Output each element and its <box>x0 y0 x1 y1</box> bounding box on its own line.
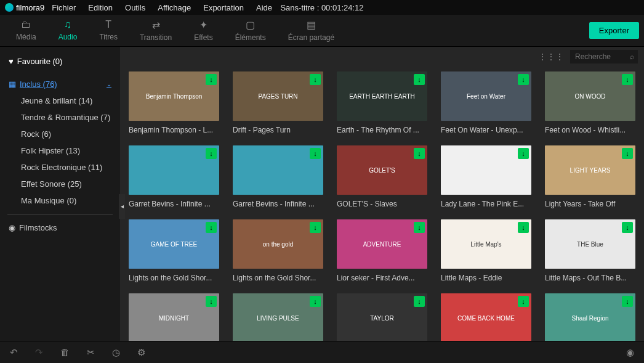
menu-affichage[interactable]: Affichage <box>158 3 191 12</box>
thumbnail: COME BACK HOME↓ <box>441 293 531 341</box>
download-icon[interactable]: ↓ <box>414 74 425 85</box>
audio-card[interactable]: Little Map's↓Little Maps - Eddie <box>441 219 531 282</box>
sidebar-inclus[interactable]: ▦ Inclus (76) ⌄ <box>7 76 113 92</box>
sidebar-favourite[interactable]: ♥ Favourite (0) <box>7 53 113 70</box>
audio-card[interactable]: TAYLOR↓ <box>337 293 427 341</box>
download-icon[interactable]: ↓ <box>310 148 321 159</box>
render-icon[interactable]: ◉ <box>626 347 634 358</box>
audio-card[interactable]: COME BACK HOME↓ <box>441 293 531 341</box>
bottom-toolbar: ↶ ↷ 🗑 ✂ ◷ ⚙ ◉ <box>0 341 644 363</box>
sidebar-collapse-handle[interactable]: ◂ <box>119 194 125 219</box>
sidebar-sub-0[interactable]: Jeune & brillant (14) <box>7 92 113 109</box>
export-button[interactable]: Exporter <box>589 22 639 39</box>
tab-media[interactable]: 🗀Média <box>5 15 47 46</box>
download-icon[interactable]: ↓ <box>518 296 529 307</box>
audio-card[interactable]: Feet on Water↓Feet On Water - Unexp... <box>441 71 531 134</box>
menu-edition[interactable]: Edition <box>88 3 113 12</box>
audio-card[interactable]: LIVING PULSE↓ <box>233 293 323 341</box>
search-input[interactable] <box>570 50 638 63</box>
download-icon[interactable]: ↓ <box>622 222 633 233</box>
tab-label: Audio <box>58 33 78 41</box>
thumb-text: Feet on Water <box>467 93 505 100</box>
thumbnail: GOLET'S↓ <box>337 145 427 195</box>
text-icon: T <box>105 19 111 30</box>
tab-ecran[interactable]: ▤Écran partagé <box>277 15 345 46</box>
audio-card[interactable]: GOLET'S↓GOLET'S - Slaves <box>337 145 427 208</box>
card-title: Little Maps - Out The B... <box>545 274 635 282</box>
download-icon[interactable]: ↓ <box>622 148 633 159</box>
audio-card[interactable]: PAGES TURN↓Drift - Pages Turn <box>233 71 323 134</box>
thumb-text: TAYLOR <box>370 315 394 322</box>
audio-card[interactable]: GAME OF TREE↓Lights on the Gold Shor... <box>129 219 219 282</box>
audio-card[interactable]: THE Blue↓Little Maps - Out The B... <box>545 219 635 282</box>
card-title: Feet On Water - Unexp... <box>441 126 531 134</box>
audio-card[interactable]: ↓Lady Lane - The Pink E... <box>441 145 531 208</box>
download-icon[interactable]: ↓ <box>414 148 425 159</box>
audio-card[interactable]: LIGHT YEARS↓Light Years - Take Off <box>545 145 635 208</box>
delete-icon[interactable]: 🗑 <box>60 347 70 357</box>
sidebar-filmstocks[interactable]: ◉ Filmstocks <box>7 219 113 236</box>
card-title: GOLET'S - Slaves <box>337 200 427 208</box>
download-icon[interactable]: ↓ <box>518 222 529 233</box>
sidebar-sub-3[interactable]: Folk Hipster (13) <box>7 142 113 159</box>
tab-label: Média <box>16 33 36 41</box>
tab-effets[interactable]: ✦Effets <box>183 15 223 46</box>
audio-card[interactable]: ON WOOD↓Feet on Wood - Whistli... <box>545 71 635 134</box>
card-title: Little Maps - Eddie <box>441 274 531 282</box>
download-icon[interactable]: ↓ <box>414 296 425 307</box>
clock-icon[interactable]: ◷ <box>112 347 120 358</box>
audio-card[interactable]: ADVENTURE↓Lior seker - First Adve... <box>337 219 427 282</box>
inclus-label: Inclus (76) <box>20 80 57 89</box>
download-icon[interactable]: ↓ <box>206 222 217 233</box>
audio-card[interactable]: MIDNIGHT↓ <box>129 293 219 341</box>
thumb-text: THE Blue <box>577 241 603 248</box>
audio-card[interactable]: ↓Garret Bevins - Infinite ... <box>129 145 219 208</box>
menu-aide[interactable]: Aide <box>256 3 272 12</box>
tab-audio[interactable]: ♫Audio <box>47 15 89 46</box>
download-icon[interactable]: ↓ <box>310 222 321 233</box>
undo-icon[interactable]: ↶ <box>10 347 18 358</box>
grid-view-icon[interactable]: ⋮⋮⋮ <box>538 52 564 62</box>
menu-exportation[interactable]: Exportation <box>203 3 244 12</box>
sidebar-sub-6[interactable]: Ma Musique (0) <box>7 192 113 209</box>
thumb-text: ON WOOD <box>575 93 606 100</box>
download-icon[interactable]: ↓ <box>310 74 321 85</box>
sidebar-sub-4[interactable]: Rock Electronique (11) <box>7 159 113 176</box>
search-icon[interactable]: ⌕ <box>630 52 634 61</box>
sidebar-sub-5[interactable]: Effet Sonore (25) <box>7 176 113 192</box>
thumb-text: GOLET'S <box>369 167 395 174</box>
settings-icon[interactable]: ⚙ <box>137 347 145 358</box>
module-tabs: 🗀Média♫AudioTTitres⇄Transition✦Effets▢Él… <box>0 15 644 47</box>
download-icon[interactable]: ↓ <box>518 74 529 85</box>
download-icon[interactable]: ↓ <box>310 296 321 307</box>
chevron-down-icon: ⌄ <box>107 81 111 88</box>
download-icon[interactable]: ↓ <box>414 222 425 233</box>
redo-icon[interactable]: ↷ <box>35 347 43 358</box>
audio-card[interactable]: ↓Garret Bevins - Infinite ... <box>233 145 323 208</box>
download-icon[interactable]: ↓ <box>206 148 217 159</box>
split-icon: ▤ <box>307 19 316 31</box>
download-icon[interactable]: ↓ <box>206 74 217 85</box>
thumb-text: Benjamin Thompson <box>146 93 203 100</box>
download-icon[interactable]: ↓ <box>518 148 529 159</box>
sidebar-sub-1[interactable]: Tendre & Romantique (7) <box>7 109 113 126</box>
menu-fichier[interactable]: Fichier <box>52 3 76 12</box>
audio-card[interactable]: Benjamin Thompson↓Benjamin Thompson - L.… <box>129 71 219 134</box>
tab-titres[interactable]: TTitres <box>88 15 129 46</box>
thumbnail: Shaal Region↓ <box>545 293 635 341</box>
thumb-text: Little Map's <box>470 241 501 248</box>
audio-card[interactable]: Shaal Region↓ <box>545 293 635 341</box>
download-icon[interactable]: ↓ <box>206 296 217 307</box>
tab-transition[interactable]: ⇄Transition <box>129 15 183 46</box>
thumb-text: ADVENTURE <box>363 241 401 248</box>
thumb-text: COME BACK HOME <box>457 315 515 322</box>
download-icon[interactable]: ↓ <box>622 74 633 85</box>
cut-icon[interactable]: ✂ <box>87 347 95 358</box>
audio-card[interactable]: on the gold↓Lights on the Gold Shor... <box>233 219 323 282</box>
audio-card[interactable]: EARTH EARTH EARTH↓Earth - The Rhythm Of … <box>337 71 427 134</box>
thumb-text: LIGHT YEARS <box>570 167 611 174</box>
tab-elements[interactable]: ▢Éléments <box>224 15 277 46</box>
menu-outils[interactable]: Outils <box>125 3 145 12</box>
sidebar-sub-2[interactable]: Rock (6) <box>7 126 113 142</box>
download-icon[interactable]: ↓ <box>622 296 633 307</box>
